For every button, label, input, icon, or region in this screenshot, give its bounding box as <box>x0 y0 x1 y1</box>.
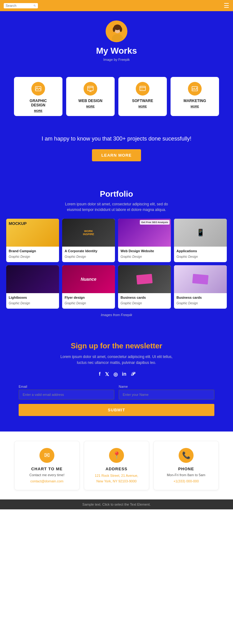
portfolio-image-webdesign: Get Free SEO Analysis <box>118 219 171 247</box>
phone-contact-icon: 📞 <box>179 448 194 463</box>
portfolio-grid: MOCKUP Brand Campaign Graphic Design WOR… <box>6 219 227 309</box>
contact-card-email: ✉ CHART TO ME Contact me every time! con… <box>14 441 80 490</box>
portfolio-section: Portfolio Lorem ipsum dolor sit amet, co… <box>0 174 233 326</box>
service-title-graphic: GRAPHICDESIGN <box>17 99 59 107</box>
portfolio-image-apps: 📱 <box>174 219 227 247</box>
portfolio-image-corporate: WORKINSPIRE <box>62 219 115 247</box>
software-icon: </> <box>136 82 149 96</box>
portfolio-item[interactable]: 📱 Applications Graphic Design <box>174 219 227 262</box>
contact-email-link[interactable]: contact@domain.com <box>30 479 64 483</box>
footer-text: Sample text. Click to select the Text El… <box>82 503 151 506</box>
svg-point-7 <box>120 27 122 32</box>
hero-section: My Works Image by Freepik <box>0 11 233 74</box>
svg-point-0 <box>34 5 35 6</box>
portfolio-item-name: Business cards <box>176 296 224 299</box>
graphic-design-more-link[interactable]: MORE <box>17 109 59 112</box>
portfolio-image-bizcard2 <box>174 265 227 293</box>
service-card-web-design: UI WEB DESIGN MORE <box>66 77 115 116</box>
portfolio-item-category: Graphic Design <box>9 255 30 258</box>
newsletter-section: Sign up for the newsletter Lorem ipsum d… <box>0 326 233 432</box>
portfolio-item-category: Graphic Design <box>121 255 142 258</box>
footer: Sample text. Click to select the Text El… <box>0 499 233 509</box>
service-title-software: SOFTWARE <box>121 99 164 103</box>
portfolio-item-category: Graphic Design <box>121 302 142 305</box>
portfolio-item[interactable]: Business cards Graphic Design <box>118 265 171 309</box>
portfolio-description: Lorem ipsum dolor sit amet, consectetur … <box>57 201 176 212</box>
contact-email-title: CHART TO ME <box>19 467 75 471</box>
contact-phone-title: PHONE <box>158 467 214 471</box>
portfolio-item-name: Web Design Website <box>121 249 168 253</box>
email-contact-icon: ✉ <box>39 448 54 463</box>
portfolio-title: Portfolio <box>6 189 227 199</box>
marketing-icon <box>188 82 202 96</box>
portfolio-note: Images from Freepik <box>6 313 227 317</box>
portfolio-image-flyer: Nuance <box>62 265 115 293</box>
portfolio-item-category: Graphic Design <box>176 255 198 258</box>
portfolio-item[interactable]: Nuance Flyer design Graphic Design <box>62 265 115 309</box>
email-field[interactable] <box>19 390 114 400</box>
newsletter-form-row: Email Name <box>19 385 214 400</box>
submit-button[interactable]: SUBMIT <box>19 404 214 416</box>
portfolio-item[interactable]: WORKINSPIRE A Corporate Identity Graphic… <box>62 219 115 262</box>
service-card-graphic-design: GRAPHICDESIGN MORE <box>14 77 62 116</box>
portfolio-item[interactable]: Lightboxes Graphic Design <box>6 265 59 309</box>
contact-address-link[interactable]: 121 Rock Street, 21 Avenue,New York, NY … <box>89 473 144 484</box>
facebook-icon[interactable]: f <box>99 371 100 377</box>
email-label: Email <box>19 385 114 388</box>
contact-phone-hours: Mon-Fri from 8am to 5am <box>158 473 214 477</box>
svg-point-9 <box>37 87 38 88</box>
search-icon <box>34 4 36 8</box>
portfolio-image-brand: MOCKUP <box>6 219 59 247</box>
contact-card-phone: 📞 PHONE Mon-Fri from 8am to 5am +1(333) … <box>153 441 219 490</box>
software-more-link[interactable]: MORE <box>121 105 164 108</box>
hero-subtitle: Image by Freepik <box>6 58 227 61</box>
search-box[interactable] <box>4 3 38 8</box>
promo-section: I am happy to know you that 300+ project… <box>0 125 233 174</box>
graphic-design-icon <box>31 82 45 96</box>
portfolio-item-name: Lightboxes <box>9 296 57 299</box>
search-input[interactable] <box>6 4 34 7</box>
twitter-icon[interactable]: 𝕏 <box>105 371 109 377</box>
web-design-icon: UI <box>84 82 97 96</box>
newsletter-description: Lorem ipsum dolor sit amet, consectetur … <box>57 354 176 366</box>
linkedin-icon[interactable]: in <box>122 371 126 377</box>
web-design-more-link[interactable]: MORE <box>69 105 112 108</box>
social-icons: f 𝕏 ◎ in 𝒫 <box>19 371 214 377</box>
portfolio-item-name: Business cards <box>121 296 168 299</box>
portfolio-item-category: Graphic Design <box>65 302 86 305</box>
service-card-software: </> SOFTWARE MORE <box>118 77 167 116</box>
service-title-marketing: MARKETING <box>174 99 216 103</box>
svg-text:</>: </> <box>140 88 143 90</box>
email-form-group: Email <box>19 385 114 400</box>
marketing-more-link[interactable]: MORE <box>174 105 216 108</box>
name-form-group: Name <box>119 385 214 400</box>
portfolio-item[interactable]: MOCKUP Brand Campaign Graphic Design <box>6 219 59 262</box>
portfolio-image-lightboxes <box>6 265 59 293</box>
contact-card-address: 📍 ADDRESS 121 Rock Street, 21 Avenue,New… <box>84 441 149 490</box>
svg-point-6 <box>113 27 115 32</box>
portfolio-item-name: Applications <box>176 249 224 253</box>
newsletter-title: Sign up for the newsletter <box>19 342 214 350</box>
services-section: GRAPHICDESIGN MORE UI WEB DESIGN MORE </… <box>0 74 233 125</box>
service-title-web: WEB DESIGN <box>69 99 112 103</box>
service-card-marketing: MARKETING MORE <box>171 77 219 116</box>
contact-phone-link[interactable]: +1(333) 000-000 <box>173 479 199 483</box>
contact-address-title: ADDRESS <box>89 467 144 471</box>
instagram-icon[interactable]: ◎ <box>113 371 118 377</box>
name-field[interactable] <box>119 390 214 400</box>
portfolio-item-name: Flyer design <box>65 296 112 299</box>
pinterest-icon[interactable]: 𝒫 <box>131 371 134 377</box>
contact-email-subtitle: Contact me every time! <box>19 473 75 477</box>
portfolio-item-name: A Corporate Identity <box>65 249 112 253</box>
portfolio-item[interactable]: Get Free SEO Analysis Web Design Website… <box>118 219 171 262</box>
portfolio-header: Portfolio Lorem ipsum dolor sit amet, co… <box>6 189 227 212</box>
navbar: ☰ <box>0 0 233 11</box>
portfolio-item-category: Graphic Design <box>65 255 86 258</box>
menu-icon[interactable]: ☰ <box>224 2 229 9</box>
address-contact-icon: 📍 <box>109 448 124 463</box>
portfolio-item[interactable]: Business cards Graphic Design <box>174 265 227 309</box>
learn-more-button[interactable]: LEARN MORE <box>92 149 141 161</box>
name-label: Name <box>119 385 214 388</box>
svg-text:UI: UI <box>89 88 90 90</box>
portfolio-item-category: Graphic Design <box>176 302 198 305</box>
